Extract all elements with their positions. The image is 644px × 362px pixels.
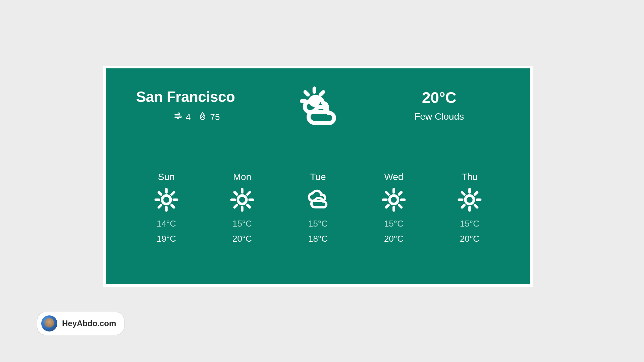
wind-value: 4: [186, 112, 191, 122]
forecast-day: Thu 15°C 20°C: [446, 172, 493, 244]
city-block: San Francisco 4 75: [136, 88, 257, 123]
temperature-block: 20°C Few Clouds: [379, 88, 500, 122]
sun-icon: [381, 187, 407, 214]
forecast-high: 20°C: [384, 234, 404, 244]
wind-icon: [174, 111, 183, 123]
forecast-day-label: Mon: [233, 172, 251, 182]
sun-icon: [154, 187, 179, 214]
humidity-metric: 75: [198, 111, 220, 123]
partly-cloudy-icon: [293, 88, 343, 131]
current-temperature: 20°C: [379, 88, 500, 107]
forecast-day-label: Thu: [462, 172, 478, 182]
metrics-row: 4 75: [136, 111, 257, 123]
forecast-day-label: Tue: [310, 172, 326, 182]
forecast-high: 20°C: [232, 234, 252, 244]
attribution-label: HeyAbdo.com: [62, 319, 116, 328]
humidity-value: 75: [210, 112, 220, 122]
sun-icon: [457, 187, 482, 214]
forecast-row: Sun 14°C 19°C Mon 15°C 20°C Tue 15°C 18°…: [136, 172, 500, 244]
weather-card: San Francisco 4 75: [103, 66, 533, 287]
forecast-low: 15°C: [460, 219, 479, 229]
forecast-day: Wed 15°C 20°C: [370, 172, 417, 244]
forecast-day: Tue 15°C 18°C: [294, 172, 341, 244]
avatar: [41, 315, 57, 331]
forecast-high: 20°C: [460, 234, 479, 244]
forecast-high: 18°C: [308, 234, 328, 244]
forecast-high: 19°C: [157, 234, 176, 244]
condition-label: Few Clouds: [379, 111, 500, 122]
weather-summary-row: San Francisco 4 75: [136, 88, 500, 131]
forecast-low: 14°C: [157, 219, 176, 229]
forecast-day: Sun 14°C 19°C: [143, 172, 190, 244]
city-name: San Francisco: [136, 88, 257, 105]
humidity-icon: [198, 111, 207, 123]
forecast-day: Mon 15°C 20°C: [219, 172, 266, 244]
forecast-low: 15°C: [232, 219, 252, 229]
forecast-low: 15°C: [384, 219, 404, 229]
clouds-icon: [305, 187, 331, 214]
current-condition-icon-wrap: [257, 88, 378, 131]
forecast-low: 15°C: [308, 219, 328, 229]
attribution-badge[interactable]: HeyAbdo.com: [37, 312, 124, 335]
forecast-day-label: Sun: [158, 172, 175, 182]
forecast-day-label: Wed: [384, 172, 403, 182]
sun-icon: [229, 187, 255, 214]
wind-metric: 4: [174, 111, 191, 123]
